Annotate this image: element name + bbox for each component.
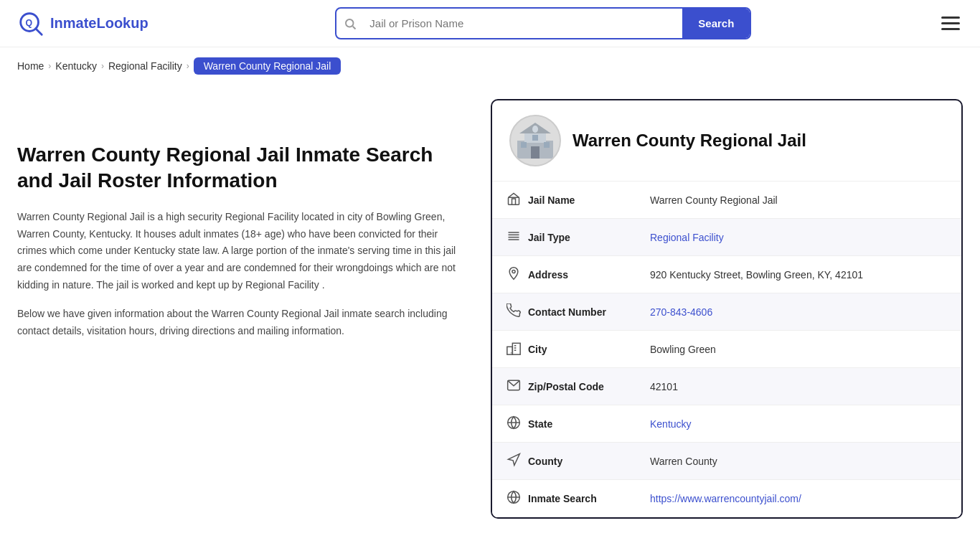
right-column: Warren County Regional Jail Jail NameWar…: [491, 99, 963, 519]
logo[interactable]: Q InmateLookup: [17, 10, 149, 37]
row-icon: [492, 368, 521, 405]
table-row: CountyWarren County: [492, 443, 961, 480]
row-icon: [492, 443, 521, 480]
description-2: Below we have given information about th…: [17, 306, 462, 340]
breadcrumb: Home › Kentucky › Regional Facility › Wa…: [0, 47, 980, 85]
search-input[interactable]: [364, 10, 682, 37]
svg-text:Q: Q: [25, 17, 32, 27]
row-link[interactable]: Kentucky: [650, 418, 692, 430]
breadcrumb-chevron-3: ›: [187, 61, 189, 71]
svg-point-12: [532, 126, 538, 133]
search-icon: [336, 17, 364, 30]
left-column: Warren County Regional Jail Inmate Searc…: [17, 99, 462, 519]
svg-rect-20: [512, 343, 520, 354]
row-label: State: [521, 405, 636, 443]
breadcrumb-chevron-1: ›: [48, 61, 51, 71]
hamburger-menu[interactable]: [938, 14, 963, 33]
row-label: Address: [521, 256, 636, 293]
header: Q InmateLookup Search: [0, 0, 980, 47]
svg-rect-11: [532, 135, 538, 141]
svg-point-3: [346, 19, 354, 27]
row-icon: [492, 405, 521, 443]
main-content: Warren County Regional Jail Inmate Searc…: [0, 85, 980, 547]
breadcrumb-kentucky[interactable]: Kentucky: [55, 60, 97, 72]
row-label: City: [521, 331, 636, 368]
row-label: Jail Type: [521, 219, 636, 256]
table-row: CityBowling Green: [492, 331, 961, 368]
row-icon: [492, 480, 521, 517]
row-label: Jail Name: [521, 182, 636, 219]
breadcrumb-current: Warren County Regional Jail: [194, 57, 341, 75]
svg-rect-10: [544, 142, 550, 148]
table-row: StateKentucky: [492, 405, 961, 443]
card-jail-name: Warren County Regional Jail: [573, 131, 806, 151]
svg-line-1: [36, 28, 42, 34]
row-label: Inmate Search: [521, 480, 636, 517]
table-row: Contact Number270-843-4606: [492, 293, 961, 331]
row-value[interactable]: Regional Facility: [636, 219, 961, 256]
row-value: Warren County Regional Jail: [636, 182, 961, 219]
logo-icon: Q: [17, 10, 44, 37]
row-link[interactable]: https://www.warrencountyjail.com/: [650, 493, 801, 504]
jail-thumbnail: [509, 115, 561, 166]
svg-rect-9: [521, 142, 527, 148]
row-value: 920 Kentucky Street, Bowling Green, KY, …: [636, 256, 961, 293]
row-value[interactable]: 270-843-4606: [636, 293, 961, 331]
svg-line-4: [353, 26, 356, 29]
row-value: Bowling Green: [636, 331, 961, 368]
row-label: County: [521, 443, 636, 480]
table-row: Jail NameWarren County Regional Jail: [492, 182, 961, 219]
table-row: Address920 Kentucky Street, Bowling Gree…: [492, 256, 961, 293]
table-row: Zip/Postal Code42101: [492, 368, 961, 405]
row-value: Warren County: [636, 443, 961, 480]
card-header: Warren County Regional Jail: [492, 100, 961, 182]
row-label: Zip/Postal Code: [521, 368, 636, 405]
row-icon: [492, 219, 521, 256]
row-icon: [492, 293, 521, 331]
row-value: 42101: [636, 368, 961, 405]
search-button[interactable]: Search: [682, 9, 750, 38]
row-link[interactable]: 270-843-4606: [650, 306, 712, 318]
svg-rect-8: [531, 146, 540, 159]
breadcrumb-home[interactable]: Home: [17, 60, 44, 72]
jail-card: Warren County Regional Jail Jail NameWar…: [491, 99, 963, 519]
row-value[interactable]: Kentucky: [636, 405, 961, 443]
table-row: Inmate Searchhttps://www.warrencountyjai…: [492, 480, 961, 517]
table-row: Jail TypeRegional Facility: [492, 219, 961, 256]
row-label: Contact Number: [521, 293, 636, 331]
info-table: Jail NameWarren County Regional JailJail…: [492, 182, 961, 517]
svg-point-18: [512, 270, 515, 273]
description-1: Warren County Regional Jail is a high se…: [17, 209, 462, 294]
breadcrumb-chevron-2: ›: [101, 61, 104, 71]
row-icon: [492, 331, 521, 368]
row-value[interactable]: https://www.warrencountyjail.com/: [636, 480, 961, 517]
row-icon: [492, 182, 521, 219]
row-icon: [492, 256, 521, 293]
logo-text: InmateLookup: [50, 15, 149, 32]
row-link[interactable]: Regional Facility: [650, 232, 724, 243]
search-area: Search: [335, 7, 751, 39]
jail-building-icon: [514, 119, 557, 162]
page-title: Warren County Regional Jail Inmate Searc…: [17, 142, 462, 194]
breadcrumb-regional-facility[interactable]: Regional Facility: [108, 60, 182, 72]
svg-rect-19: [507, 347, 513, 354]
